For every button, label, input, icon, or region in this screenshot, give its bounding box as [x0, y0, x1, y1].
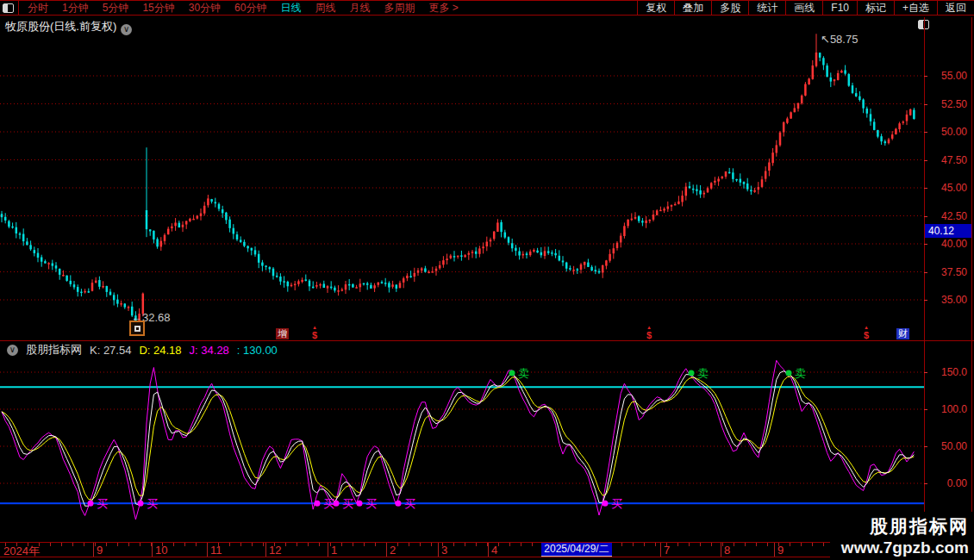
week-tick: [767, 543, 768, 546]
candlestick-chart[interactable]: [0, 17, 924, 340]
watermark: 股朋指标网 www.7gpzb.com: [830, 512, 974, 560]
selected-date-tag: 2025/04/29/二: [541, 543, 612, 557]
toolbar-button-3[interactable]: 统计: [748, 1, 785, 15]
price-label: 40.00: [927, 238, 967, 250]
week-tick: [745, 543, 746, 546]
event-marker-$[interactable]: ▴$: [864, 325, 869, 341]
week-tick: [297, 543, 297, 546]
period-tab-10[interactable]: 更多 >: [421, 1, 465, 16]
month-separator: [328, 543, 328, 557]
axis-tick: [924, 244, 927, 245]
event-marker-$[interactable]: ▴$: [646, 325, 652, 341]
axis-tick: [924, 104, 927, 105]
kdj-indicator-chart[interactable]: 卖卖卖买买买买买买买: [0, 341, 924, 543]
date-axis[interactable]: 2024年910111212347892025/04/29/二: [0, 542, 974, 557]
panel-toggle-icon[interactable]: [3, 3, 14, 13]
month-separator: [488, 543, 489, 557]
week-tick: [509, 543, 510, 546]
axis-tick: [924, 216, 927, 217]
buy-signal-label: 买: [323, 497, 334, 510]
buy-signal-dot: [88, 501, 94, 507]
d-line: [2, 376, 914, 500]
week-tick: [72, 543, 73, 546]
week-tick: [341, 543, 342, 546]
candles: [1, 34, 915, 326]
week-tick: [106, 543, 107, 546]
indicator-axis-label: 0.00: [927, 477, 967, 489]
week-tick: [397, 543, 398, 546]
indicator-chevron-icon[interactable]: ∨: [7, 345, 18, 356]
axis-tick: [924, 446, 927, 447]
buy-signal-dot: [603, 501, 609, 507]
period-tab-5[interactable]: 60分钟: [228, 1, 273, 16]
event-marker-增[interactable]: 增: [276, 328, 289, 339]
sell-signal-label: 卖: [795, 367, 806, 380]
axis-tick: [924, 76, 927, 77]
j-line: [2, 360, 914, 520]
week-tick: [196, 543, 197, 546]
period-tab-2[interactable]: 5分钟: [96, 1, 136, 16]
period-tab-0[interactable]: 分时: [21, 1, 55, 16]
month-label: 2: [390, 544, 396, 557]
axis-tick: [924, 188, 927, 189]
price-label: 47.50: [927, 154, 967, 166]
week-tick: [285, 543, 286, 546]
buy-signal-dot: [396, 501, 402, 507]
k-line: [2, 371, 914, 507]
event-square-icon[interactable]: [129, 320, 145, 336]
week-tick: [644, 543, 645, 546]
toolbar-button-7[interactable]: +自选: [894, 1, 937, 15]
month-separator: [721, 543, 721, 557]
high-price-annotation: ↖58.75: [821, 33, 858, 46]
month-label: 1: [331, 544, 337, 557]
month-label: 3: [441, 544, 447, 557]
period-tab-8[interactable]: 月线: [342, 1, 377, 16]
week-tick: [409, 543, 409, 546]
period-tab-7[interactable]: 周线: [308, 1, 342, 16]
buy-signal-label: 买: [97, 497, 108, 510]
indicator-d-value: D: 24.18: [139, 344, 181, 357]
month-label: 7: [664, 544, 670, 557]
price-label: 50.00: [927, 126, 967, 138]
month-separator: [93, 543, 94, 557]
week-tick: [734, 543, 734, 546]
sell-signal-dot: [786, 370, 792, 376]
week-tick: [812, 543, 813, 546]
toolbar-button-5[interactable]: F10: [822, 1, 857, 15]
toolbar-button-4[interactable]: 画线: [785, 1, 822, 15]
price-label: 52.50: [927, 98, 967, 110]
toolbar-button-6[interactable]: 标记: [857, 1, 894, 15]
week-tick: [689, 543, 690, 546]
toolbar-right-menu: 复权叠加多股统计画线F10标记+自选返回: [637, 1, 974, 15]
toolbar-button-8[interactable]: 返回: [937, 1, 974, 15]
toolbar-button-2[interactable]: 多股: [711, 1, 748, 15]
period-tab-1[interactable]: 1分钟: [55, 1, 96, 16]
indicator-name[interactable]: 股朋指标网: [26, 342, 82, 358]
period-tab-6[interactable]: 日线: [273, 1, 308, 16]
week-tick: [465, 543, 465, 546]
toolbar-button-0[interactable]: 复权: [637, 1, 674, 15]
period-tab-9[interactable]: 多周期: [377, 1, 421, 16]
month-label: 9: [97, 544, 103, 557]
watermark-site-name: 股朋指标网: [830, 514, 969, 538]
week-tick: [498, 543, 499, 546]
toolbar-button-1[interactable]: 叠加: [674, 1, 711, 15]
week-tick: [801, 543, 802, 546]
period-tab-4[interactable]: 30分钟: [182, 1, 228, 16]
week-tick: [700, 543, 701, 546]
week-tick: [184, 543, 185, 546]
event-marker-$[interactable]: ▴$: [312, 325, 317, 341]
week-tick: [476, 543, 477, 546]
period-menu: 分时1分钟5分钟15分钟30分钟60分钟日线周线月线多周期更多 >: [21, 1, 465, 16]
week-tick: [229, 543, 230, 546]
indicator-axis-label: 50.00: [927, 440, 967, 452]
month-separator: [774, 543, 775, 557]
sell-signal-label: 卖: [518, 367, 529, 380]
month-label: 10: [155, 544, 167, 557]
week-tick: [140, 543, 140, 546]
event-marker-财[interactable]: 财: [896, 328, 909, 339]
period-tab-3[interactable]: 15分钟: [135, 1, 181, 16]
price-label: 45.00: [927, 182, 967, 194]
indicator-axis-label: 150.0: [927, 366, 967, 378]
month-label: 11: [210, 544, 222, 557]
